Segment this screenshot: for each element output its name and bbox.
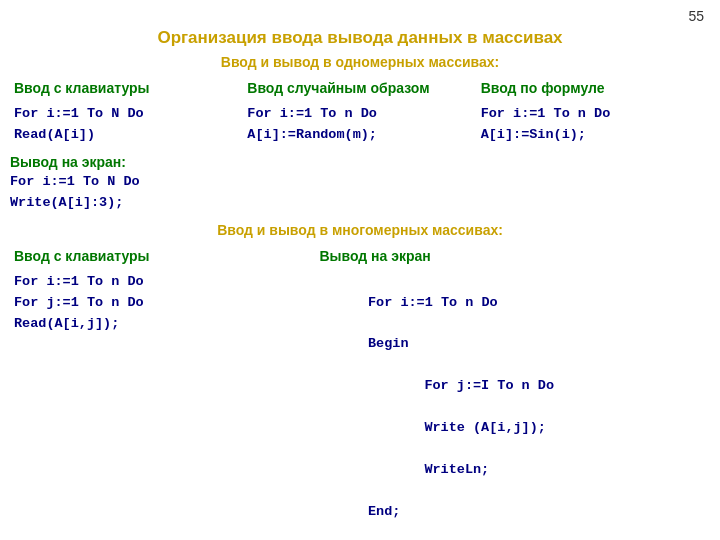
col-formula-code: For i:=1 To n Do A[i]:=Sin(i); — [481, 104, 706, 146]
code-line-1: For i:=1 To n Do — [368, 295, 498, 310]
code-line-4: Write (A[i,j]); — [368, 420, 546, 435]
col-formula: Ввод по формуле For i:=1 To n Do A[i]:=S… — [477, 80, 710, 146]
col2-left: Ввод с клавиатуры For i:=1 To n Do For j… — [10, 248, 315, 540]
section1-title: Ввод и вывод в одномерных массивах: — [0, 54, 720, 70]
code-line-3: For j:=I To n Do — [368, 378, 554, 393]
col2-right-code: For i:=1 To n Do Begin For j:=I To n Do … — [319, 272, 706, 540]
code-line-2: Begin — [368, 336, 409, 351]
col-keyboard-header: Ввод с клавиатуры — [14, 80, 239, 96]
page-number: 55 — [688, 8, 704, 24]
col-random-header: Ввод случайным образом — [247, 80, 472, 96]
code-line-6: End; — [368, 504, 400, 519]
two-columns: Ввод с клавиатуры For i:=1 To n Do For j… — [0, 248, 720, 540]
output-section: Вывод на экран: For i:=1 To N Do Write(A… — [0, 154, 720, 214]
three-columns: Ввод с клавиатуры For i:=1 To N Do Read(… — [0, 80, 720, 146]
col2-right-header: Вывод на экран — [319, 248, 706, 264]
col-keyboard: Ввод с клавиатуры For i:=1 To N Do Read(… — [10, 80, 243, 146]
main-title: Организация ввода вывода данных в массив… — [0, 28, 720, 48]
code-line-5: WriteLn; — [368, 462, 489, 477]
col-formula-header: Ввод по формуле — [481, 80, 706, 96]
col-random-code: For i:=1 To n Do A[i]:=Random(m); — [247, 104, 472, 146]
col2-left-header: Ввод с клавиатуры — [14, 248, 311, 264]
output-code: For i:=1 To N Do Write(A[i]:3); — [10, 172, 710, 214]
col2-left-code: For i:=1 To n Do For j:=1 To n Do Read(A… — [14, 272, 311, 335]
col-keyboard-code: For i:=1 To N Do Read(A[i]) — [14, 104, 239, 146]
section2-title: Ввод и вывод в многомерных массивах: — [0, 222, 720, 238]
col2-right: Вывод на экран For i:=1 To n Do Begin Fo… — [315, 248, 710, 540]
col-random: Ввод случайным образом For i:=1 To n Do … — [243, 80, 476, 146]
output-label: Вывод на экран: — [10, 154, 710, 170]
